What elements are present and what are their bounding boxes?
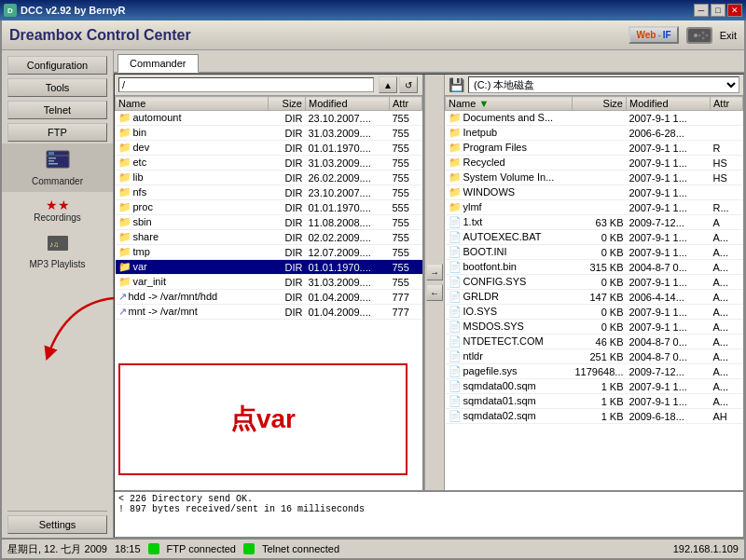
- table-row[interactable]: ↗mnt -> /var/mnt DIR 01.04.2009.... 777: [116, 305, 422, 320]
- table-row[interactable]: 📄sqmdata00.sqm 1 KB 2007-9-1 1... A...: [446, 379, 743, 394]
- drive-icon: 💾: [449, 77, 464, 92]
- table-row[interactable]: 📁tmp DIR 12.07.2009.... 755: [116, 245, 422, 260]
- close-button[interactable]: ✕: [727, 4, 742, 17]
- drive-select[interactable]: (C:) 本地磁盘: [468, 76, 739, 93]
- table-row[interactable]: 📁etc DIR 31.03.2009.... 755: [116, 156, 422, 171]
- svg-rect-11: [48, 163, 58, 165]
- table-row[interactable]: 📁dev DIR 01.01.1970.... 755: [116, 141, 422, 156]
- table-row[interactable]: 📄IO.SYS 0 KB 2007-9-1 1... A...: [446, 305, 743, 320]
- table-row[interactable]: 📄sqmdata01.sqm 1 KB 2007-9-1 1... A...: [446, 394, 743, 409]
- left-file-list[interactable]: Name Size Modified Attr 📁automount DIR 2…: [115, 96, 422, 490]
- tab-bar: Commander: [114, 50, 744, 74]
- app-icon: D: [4, 4, 17, 17]
- svg-text:♪♫: ♪♫: [49, 240, 59, 249]
- sidebar-item-mp3[interactable]: ♪♫ MP3 Playlists: [2, 228, 113, 275]
- table-row[interactable]: 📁Documents and S... 2007-9-1 1...: [446, 111, 743, 126]
- webif-button[interactable]: Web-IF: [629, 26, 678, 44]
- table-row[interactable]: 📁Program Files 2007-9-1 1... R: [446, 141, 743, 156]
- title-bar-text: DCC v2.92 by BernyR: [21, 5, 126, 16]
- right-file-list[interactable]: Name ▼ Size Modified Attr 📁Documents and…: [445, 96, 743, 490]
- mp3-label: MP3 Playlists: [29, 259, 85, 269]
- maximize-button[interactable]: □: [711, 4, 725, 17]
- table-row[interactable]: 📁var DIR 01.01.1970.... 755: [116, 260, 422, 275]
- table-row[interactable]: 📁share DIR 02.02.2009.... 755: [116, 230, 422, 245]
- table-row[interactable]: 📁bin DIR 31.03.2009.... 755: [116, 126, 422, 141]
- table-row[interactable]: 📄CONFIG.SYS 0 KB 2007-9-1 1... A...: [446, 275, 743, 290]
- table-row[interactable]: 📁Recycled 2007-9-1 1... HS: [446, 156, 743, 171]
- left-path-input[interactable]: [118, 77, 374, 92]
- status-date: 星期日, 12. 七月 2009: [7, 542, 107, 556]
- table-row[interactable]: 📄ntldr 251 KB 2004-8-7 0... A...: [446, 349, 743, 364]
- status-bar: 星期日, 12. 七月 2009 18:15 FTP connected Tel…: [2, 538, 744, 558]
- table-row[interactable]: 📁nfs DIR 23.10.2007.... 755: [116, 185, 422, 200]
- right-panel: 💾 (C:) 本地磁盘 Name ▼ Size: [445, 75, 743, 490]
- left-toolbar: ▲ ↺: [115, 75, 422, 96]
- table-row[interactable]: 📁ylmf 2007-9-1 1... R...: [446, 200, 743, 215]
- title-bar-left: D DCC v2.92 by BernyR: [4, 4, 126, 17]
- mp3-icon: ♪♫: [46, 234, 70, 257]
- table-row[interactable]: ↗hdd -> /var/mnt/hdd DIR 01.04.2009.... …: [116, 290, 422, 305]
- rcol-attr: Attr: [711, 97, 743, 111]
- tools-button[interactable]: Tools: [7, 78, 107, 97]
- status-ip: 192.168.1.109: [673, 543, 739, 554]
- left-refresh-button[interactable]: ↺: [399, 76, 418, 93]
- main-window: Dreambox Control Center Web-IF Exit C: [0, 20, 746, 560]
- table-row[interactable]: 📄NTDETECT.COM 46 KB 2004-8-7 0... A...: [446, 335, 743, 349]
- table-row[interactable]: 📁sbin DIR 11.08.2008.... 755: [116, 215, 422, 230]
- table-row[interactable]: 📄bootfont.bin 315 KB 2004-8-7 0... A...: [446, 260, 743, 275]
- remote-icon: [686, 27, 712, 44]
- commander-area: ▲ ↺ Name Size Modified Attr: [114, 74, 744, 538]
- file-panels: ▲ ↺ Name Size Modified Attr: [115, 75, 743, 490]
- transfer-left-button[interactable]: ←: [426, 284, 443, 301]
- table-row[interactable]: 📄pagefile.sys 1179648... 2009-7-12... A.…: [446, 364, 743, 379]
- exit-button[interactable]: Exit: [720, 30, 737, 41]
- title-bar-buttons: ─ □ ✕: [694, 4, 742, 17]
- sidebar: Configuration Tools Telnet FTP Commander: [2, 50, 114, 538]
- table-row[interactable]: 📄MSDOS.SYS 0 KB 2007-9-1 1... A...: [446, 320, 743, 335]
- table-row[interactable]: 📄1.txt 63 KB 2009-7-12... A: [446, 215, 743, 230]
- sidebar-item-recordings[interactable]: ★★ Recordings: [2, 192, 113, 228]
- col-modified: Modified: [306, 97, 390, 111]
- left-tbody: 📁automount DIR 23.10.2007.... 755 📁bin D…: [116, 111, 422, 320]
- header-bar: Dreambox Control Center Web-IF Exit: [2, 20, 744, 50]
- log-line-1: < 226 Directory send OK.: [118, 494, 739, 504]
- recordings-label: Recordings: [34, 212, 81, 223]
- svg-rect-10: [48, 160, 54, 162]
- status-ftp: FTP connected: [167, 543, 236, 554]
- table-row[interactable]: 📁WINDOWS 2007-9-1 1...: [446, 185, 743, 200]
- table-row[interactable]: 📁lib DIR 26.02.2009.... 755: [116, 171, 422, 185]
- status-telnet: Telnet connected: [262, 543, 339, 554]
- sidebar-item-commander[interactable]: Commander: [2, 143, 113, 192]
- table-row[interactable]: 📁automount DIR 23.10.2007.... 755: [116, 111, 422, 126]
- minimize-button[interactable]: ─: [694, 4, 709, 17]
- configuration-button[interactable]: Configuration: [7, 56, 107, 75]
- ftp-button[interactable]: FTP: [7, 123, 107, 142]
- svg-point-5: [698, 34, 700, 36]
- table-row[interactable]: 📄GRLDR 147 KB 2006-4-14... A...: [446, 290, 743, 305]
- transfer-right-button[interactable]: →: [426, 264, 443, 280]
- telnet-button[interactable]: Telnet: [7, 101, 107, 119]
- table-row[interactable]: 📄BOOT.INI 0 KB 2007-9-1 1... A...: [446, 245, 743, 260]
- left-file-table: Name Size Modified Attr 📁automount DIR 2…: [115, 96, 422, 320]
- col-attr: Attr: [390, 97, 422, 111]
- right-file-table: Name ▼ Size Modified Attr 📁Documents and…: [445, 96, 743, 424]
- table-row[interactable]: 📁Inetpub 2006-6-28...: [446, 126, 743, 141]
- status-led-2: [243, 543, 255, 554]
- table-row[interactable]: 📄sqmdata02.sqm 1 KB 2009-6-18... AH: [446, 409, 743, 424]
- settings-button[interactable]: Settings: [7, 515, 107, 534]
- svg-point-1: [694, 34, 698, 37]
- table-row[interactable]: 📁System Volume In... 2007-9-1 1... HS: [446, 171, 743, 185]
- commander-icon: [45, 149, 71, 174]
- left-up-button[interactable]: ▲: [379, 76, 397, 93]
- svg-rect-9: [48, 157, 56, 159]
- right-toolbar: 💾 (C:) 本地磁盘: [445, 75, 743, 96]
- tab-commander[interactable]: Commander: [117, 54, 199, 73]
- table-row[interactable]: 📁var_init DIR 31.03.2009.... 755: [116, 275, 422, 290]
- svg-point-4: [705, 34, 708, 36]
- rcol-size: Size: [573, 97, 627, 111]
- table-row[interactable]: 📁proc DIR 01.01.1970.... 555: [116, 200, 422, 215]
- rcol-modified: Modified: [627, 97, 711, 111]
- recordings-icon: ★★: [46, 198, 70, 212]
- header-right: Web-IF Exit: [629, 26, 737, 44]
- table-row[interactable]: 📄AUTOEXEC.BAT 0 KB 2007-9-1 1... A...: [446, 230, 743, 245]
